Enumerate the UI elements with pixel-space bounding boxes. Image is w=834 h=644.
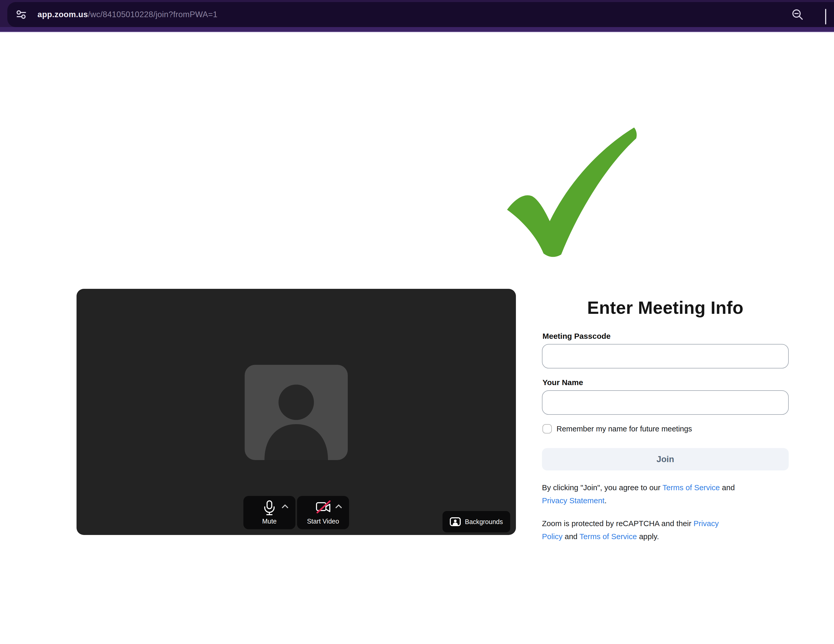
meeting-info-panel: Enter Meeting Info Meeting Passcode Your… [542, 298, 789, 553]
start-video-button[interactable]: Start Video [297, 496, 349, 529]
terms-link[interactable]: Terms of Service [579, 533, 637, 541]
remember-label: Remember my name for future meetings [556, 424, 692, 433]
terms-text: By clicking "Join", you agree to our Ter… [542, 481, 789, 543]
mute-label: Mute [243, 518, 296, 525]
terms-plain-text: By clicking "Join", you agree to our [542, 483, 663, 492]
terms-link[interactable]: Privacy Statement [542, 497, 604, 505]
terms-plain-text: apply. [637, 533, 659, 541]
terms-plain-text: . [604, 497, 606, 505]
terms-link[interactable]: Terms of Service [663, 483, 720, 492]
remember-checkbox[interactable] [543, 424, 552, 434]
terms-paragraph-1: By clicking "Join", you agree to our Ter… [542, 481, 789, 507]
url-text[interactable]: app.zoom.us/wc/84105010228/join?fromPWA=… [37, 10, 218, 19]
terms-paragraph-2: Zoom is protected by reCAPTCHA and their… [542, 517, 789, 543]
video-options-caret[interactable] [336, 504, 342, 508]
page: app.zoom.us/wc/84105010228/join?fromPWA=… [0, 0, 834, 644]
remember-row: Remember my name for future meetings [543, 424, 789, 434]
video-preview: Mute Start Video [76, 289, 516, 535]
preview-controls: Mute Start Video [243, 496, 349, 529]
start-video-label: Start Video [297, 518, 349, 525]
mute-button[interactable]: Mute [243, 496, 296, 529]
backgrounds-button[interactable]: Backgrounds [443, 511, 510, 533]
backgrounds-icon [450, 517, 461, 526]
terms-plain-text: and [562, 533, 579, 541]
name-input[interactable] [542, 390, 789, 415]
terms-link[interactable]: Privacy [693, 520, 719, 528]
browser-chrome: app.zoom.us/wc/84105010228/join?fromPWA=… [0, 0, 834, 32]
name-label: Your Name [543, 378, 789, 387]
tune-icon[interactable] [16, 10, 27, 20]
mic-options-caret[interactable] [282, 504, 288, 508]
passcode-label: Meeting Passcode [543, 331, 789, 341]
backgrounds-label: Backgrounds [465, 518, 503, 525]
url-path: /wc/84105010228/join?fromPWA=1 [88, 10, 218, 19]
address-bar-divider [825, 9, 826, 24]
person-avatar-icon [245, 365, 348, 460]
terms-link[interactable]: Policy [542, 533, 562, 541]
green-checkmark-icon [505, 126, 639, 258]
url-host: app.zoom.us [37, 10, 88, 19]
terms-plain-text: Zoom is protected by reCAPTCHA and their [542, 520, 693, 528]
camera-off-icon [316, 500, 331, 514]
terms-plain-text: and [720, 483, 735, 492]
chrome-bottom-strip [0, 27, 834, 32]
avatar [245, 365, 348, 460]
join-button[interactable]: Join [542, 448, 789, 470]
address-bar[interactable]: app.zoom.us/wc/84105010228/join?fromPWA=… [7, 2, 834, 27]
page-title: Enter Meeting Info [542, 298, 789, 318]
passcode-input[interactable] [542, 344, 789, 368]
zoom-out-icon[interactable] [791, 8, 804, 21]
microphone-icon [262, 500, 277, 516]
